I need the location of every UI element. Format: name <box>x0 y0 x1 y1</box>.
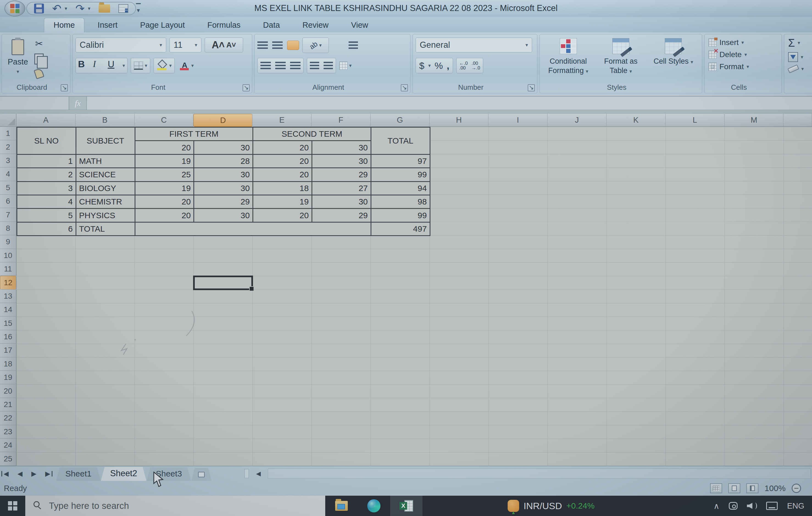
edge-button[interactable] <box>358 496 390 516</box>
border-button[interactable]: ▾ <box>131 58 150 73</box>
cell[interactable]: SCIENCE <box>76 168 135 181</box>
row-header-16[interactable]: 16 <box>0 330 17 344</box>
grow-font-button[interactable]: A˄ <box>212 39 225 51</box>
active-cell-D12[interactable] <box>193 276 253 290</box>
tab-data[interactable]: Data <box>254 18 289 32</box>
tab-review[interactable]: Review <box>293 18 338 32</box>
conditional-formatting-button[interactable]: Conditional Formatting ▾ <box>543 36 594 81</box>
tab-insert[interactable]: Insert <box>88 18 127 32</box>
cell[interactable]: 6 <box>17 222 76 236</box>
file-explorer-button[interactable] <box>325 496 358 516</box>
tray-app-icon[interactable] <box>729 502 737 510</box>
cell[interactable]: 30 <box>194 141 253 154</box>
row-header-3[interactable]: 3 <box>0 154 17 168</box>
cell[interactable]: 25 <box>135 168 194 181</box>
zoom-out-button[interactable]: − <box>792 484 801 493</box>
insert-cells-button[interactable]: Insert▾ <box>706 36 780 49</box>
cell[interactable]: 28 <box>194 154 253 168</box>
row-header-6[interactable]: 6 <box>0 194 17 208</box>
last-sheet-icon[interactable]: ▶ <box>44 470 51 478</box>
open-icon[interactable] <box>98 4 110 12</box>
cell[interactable]: 20 <box>135 141 194 154</box>
customize-qat-icon[interactable]: ▔▾ <box>136 5 141 12</box>
cell[interactable]: 27 <box>312 181 371 195</box>
row-header-25[interactable]: 25 <box>0 452 17 465</box>
wrap-text-button[interactable] <box>349 41 358 49</box>
start-button[interactable] <box>0 496 25 516</box>
cell[interactable]: 97 <box>371 154 430 168</box>
font-family-select[interactable]: Calibri▾ <box>76 38 166 53</box>
percent-button[interactable]: % <box>435 60 443 71</box>
italic-button[interactable]: I <box>93 59 106 72</box>
language-indicator[interactable]: ENG <box>787 502 804 511</box>
font-dialog-launcher-icon[interactable]: ↘ <box>242 84 250 91</box>
cell[interactable]: 99 <box>371 209 430 222</box>
column-header-G[interactable]: G <box>371 114 430 127</box>
align-center-button[interactable] <box>275 62 286 69</box>
column-header-J[interactable]: J <box>548 114 607 127</box>
cell[interactable]: 1 <box>17 154 76 168</box>
currency-button[interactable]: $ <box>419 60 425 71</box>
sheet-tab-sheet2[interactable]: Sheet2 <box>101 467 146 481</box>
cell[interactable]: 30 <box>312 195 371 208</box>
previous-sheet-icon[interactable]: ◀ <box>17 470 23 478</box>
next-sheet-icon[interactable]: ▶ <box>30 470 37 478</box>
font-color-button[interactable]: A▾ <box>178 58 195 73</box>
cell[interactable]: SL NO <box>17 127 76 154</box>
page-layout-view-button[interactable] <box>728 483 740 493</box>
cell[interactable]: SECOND TERM <box>253 127 371 141</box>
alignment-dialog-launcher-icon[interactable]: ↘ <box>401 84 408 91</box>
row-header-19[interactable]: 19 <box>0 371 17 384</box>
row-header-12[interactable]: 12 <box>0 276 17 289</box>
taskbar-search[interactable] <box>25 496 325 516</box>
show-hidden-icons-icon[interactable]: ∧ <box>714 501 719 511</box>
fill-color-button[interactable]: ▾ <box>153 58 175 73</box>
row-header-22[interactable]: 22 <box>0 412 17 425</box>
cell[interactable]: PHYSICS <box>76 209 135 222</box>
row-header-24[interactable]: 24 <box>0 438 17 452</box>
cell[interactable]: 30 <box>312 141 371 154</box>
excel-taskbar-button[interactable]: X <box>390 496 423 516</box>
delete-cells-button[interactable]: Delete▾ <box>706 49 780 61</box>
format-painter-icon[interactable] <box>33 68 44 79</box>
column-header-F[interactable]: F <box>312 114 371 127</box>
first-sheet-icon[interactable]: ◀ <box>3 470 9 478</box>
sheet-tab-sheet1[interactable]: Sheet1 <box>56 467 101 481</box>
news-ticker[interactable]: INR/USD +0.24% <box>508 500 594 512</box>
select-all-corner[interactable] <box>0 114 17 127</box>
cell[interactable]: 94 <box>371 181 430 195</box>
office-button[interactable] <box>4 1 25 17</box>
cell[interactable]: BIOLOGY <box>76 181 135 195</box>
orientation-button[interactable]: ab ▾ <box>302 38 329 53</box>
tab-page-layout[interactable]: Page Layout <box>131 18 194 32</box>
row-header-21[interactable]: 21 <box>0 398 17 412</box>
cell[interactable]: 98 <box>371 195 430 208</box>
cell[interactable]: 30 <box>194 209 253 222</box>
number-dialog-launcher-icon[interactable]: ↘ <box>528 84 535 91</box>
underline-dropdown-icon[interactable]: ▾ <box>122 63 125 69</box>
row-header-9[interactable]: 9 <box>0 235 17 249</box>
cell[interactable]: 30 <box>194 181 253 195</box>
fill-button[interactable]: ▾ <box>786 50 806 64</box>
redo-icon[interactable]: ↷ <box>76 3 85 14</box>
cell[interactable]: 29 <box>312 168 371 181</box>
name-box[interactable] <box>0 97 69 110</box>
copy-icon[interactable] <box>34 54 44 64</box>
cell-styles-button[interactable]: Cell Styles ▾ <box>648 36 699 81</box>
tab-split-handle[interactable] <box>244 469 249 478</box>
row-header-8[interactable]: 8 <box>0 222 17 235</box>
format-as-table-button[interactable]: Format as Table ▾ <box>595 36 646 81</box>
column-header-B[interactable]: B <box>76 114 135 127</box>
clear-button[interactable]: ▾ <box>786 64 806 74</box>
increase-decimal-button[interactable]: ←.0.00 <box>459 61 468 70</box>
row-header-14[interactable]: 14 <box>0 303 17 316</box>
cell[interactable]: 2 <box>17 168 76 181</box>
row-header-23[interactable]: 23 <box>0 425 17 438</box>
touch-keyboard-icon[interactable] <box>766 502 778 510</box>
bold-button[interactable]: B <box>78 59 91 72</box>
column-header-K[interactable]: K <box>607 114 666 127</box>
search-input[interactable] <box>25 496 325 516</box>
row-header-10[interactable]: 10 <box>0 249 17 263</box>
shrink-font-button[interactable]: A˅ <box>226 41 236 50</box>
worksheet-grid[interactable]: SL NO SUBJECT FIRST TERM SECOND TERM TOT… <box>17 127 812 466</box>
